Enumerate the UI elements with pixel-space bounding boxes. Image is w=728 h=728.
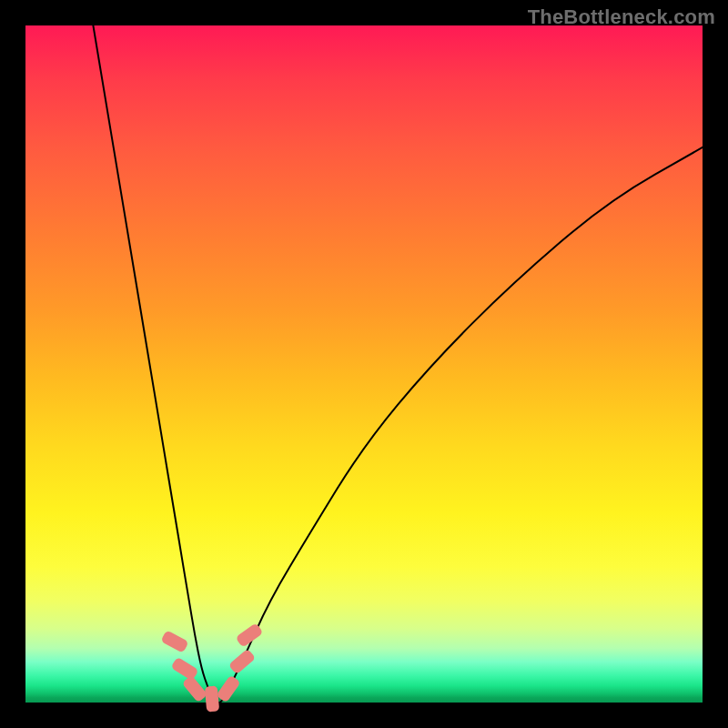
- curve-marker: [216, 675, 241, 703]
- curve-marker: [228, 649, 256, 675]
- chart-frame: TheBottleneck.com: [0, 0, 728, 728]
- curve-marker: [235, 622, 263, 648]
- plot-area: [25, 25, 703, 703]
- curve-marker: [204, 686, 218, 713]
- curve-marker: [182, 675, 208, 703]
- curve-markers-group: [25, 25, 703, 703]
- curve-marker: [160, 630, 188, 653]
- watermark-text: TheBottleneck.com: [528, 5, 715, 29]
- curve-marker: [170, 656, 198, 681]
